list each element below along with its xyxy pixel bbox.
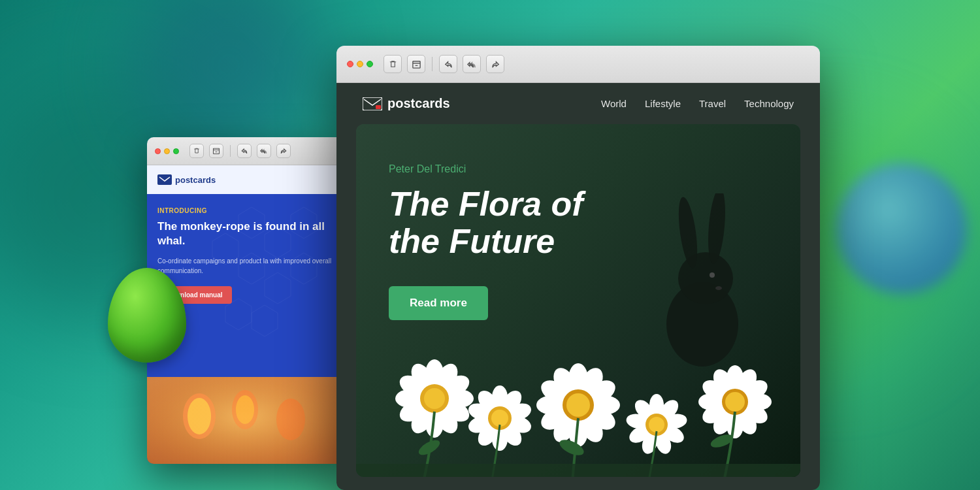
back-hero-subtext: Co-ordinate campaigns and product la wit…	[157, 256, 333, 276]
svg-point-23	[678, 252, 733, 304]
read-more-button[interactable]: Read more	[389, 286, 488, 320]
front-nav-links: World Lifestyle Travel Technology	[601, 98, 794, 109]
svg-point-79	[649, 417, 664, 433]
svg-rect-19	[412, 61, 419, 63]
back-reply-button[interactable]	[237, 144, 252, 158]
back-archive-button[interactable]	[209, 144, 223, 158]
rabbit-silhouette	[644, 193, 761, 379]
back-image-section	[147, 377, 343, 464]
nav-link-lifestyle[interactable]: Lifestyle	[645, 98, 681, 109]
svg-rect-2	[157, 174, 172, 185]
back-logo-icon	[157, 174, 172, 185]
front-reply-button[interactable]	[439, 55, 457, 73]
hero-text-content: Peter Del Tredici The Flora of the Futur…	[389, 163, 583, 320]
front-logo: postcards	[363, 96, 450, 111]
front-window-chrome	[336, 46, 820, 83]
svg-point-68	[566, 393, 590, 417]
svg-rect-97	[356, 464, 800, 477]
svg-point-42	[424, 388, 445, 409]
hero-title: The Flora of the Future	[389, 186, 583, 260]
blue-orb-decoration	[836, 163, 967, 294]
postcards-logo-icon	[363, 97, 382, 110]
back-reply-all-button[interactable]	[257, 144, 271, 158]
svg-rect-1	[214, 148, 220, 150]
front-postcards-window: postcards World Lifestyle Travel Technol…	[336, 46, 820, 490]
back-email-header: postcards	[147, 165, 343, 194]
hero-title-line2: the Future	[389, 222, 555, 260]
back-tl-red[interactable]	[155, 148, 161, 154]
front-archive-button[interactable]	[407, 55, 425, 73]
svg-point-27	[715, 286, 722, 290]
front-tl-green[interactable]	[367, 61, 373, 67]
hero-title-line1: The Flora of	[389, 185, 583, 223]
svg-point-26	[710, 272, 715, 278]
front-traffic-lights	[347, 61, 373, 67]
front-separator	[432, 57, 433, 71]
back-trash-button[interactable]	[189, 144, 204, 158]
front-hero-card: Peter Del Tredici The Flora of the Futur…	[356, 124, 800, 477]
back-tl-yellow[interactable]	[164, 148, 170, 154]
lantern-decoration	[147, 377, 343, 464]
nav-link-technology[interactable]: Technology	[744, 98, 794, 109]
back-separator	[230, 145, 231, 157]
back-window-chrome	[147, 137, 343, 165]
nav-link-travel[interactable]: Travel	[699, 98, 726, 109]
back-traffic-lights	[155, 148, 179, 154]
front-tl-yellow[interactable]	[357, 61, 363, 67]
back-tl-green[interactable]	[173, 148, 179, 154]
rabbit-svg	[644, 193, 761, 376]
hero-author: Peter Del Tredici	[389, 163, 583, 175]
front-tl-red[interactable]	[347, 61, 353, 67]
front-logo-icon	[363, 97, 382, 110]
front-logo-text: postcards	[387, 96, 450, 111]
front-trash-button[interactable]	[384, 55, 402, 73]
svg-rect-21	[376, 105, 381, 109]
svg-point-54	[491, 410, 508, 427]
svg-marker-8	[265, 272, 291, 304]
nav-link-world[interactable]: World	[601, 98, 627, 109]
back-forward-button[interactable]	[276, 144, 291, 158]
back-hero-headline: The monkey-rope is found in all whal.	[157, 220, 333, 248]
back-logo: postcards	[157, 174, 216, 185]
front-reply-all-button[interactable]	[463, 55, 481, 73]
svg-point-93	[725, 392, 745, 412]
front-navigation: postcards World Lifestyle Travel Technol…	[336, 83, 820, 124]
introducing-label: Introducing	[157, 207, 333, 214]
front-window-body: postcards World Lifestyle Travel Technol…	[336, 83, 820, 490]
back-logo-text: postcards	[175, 175, 216, 185]
front-forward-button[interactable]	[486, 55, 504, 73]
svg-marker-11	[252, 305, 278, 336]
